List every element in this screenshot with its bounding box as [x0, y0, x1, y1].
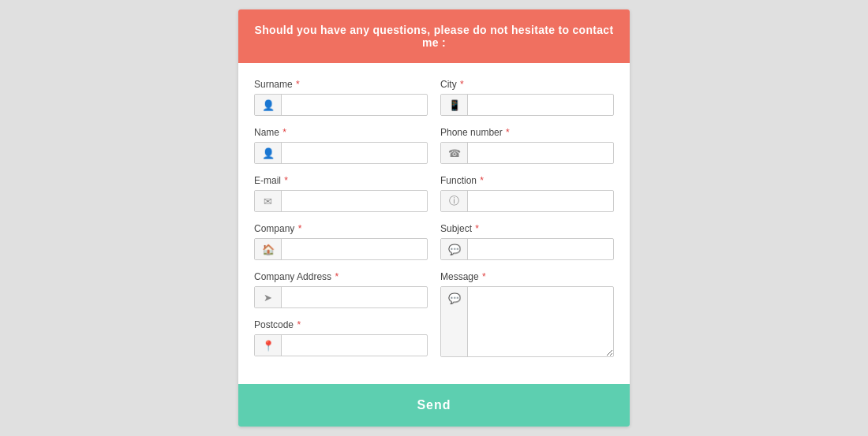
address-input[interactable] — [282, 287, 427, 307]
email-icon: ✉ — [255, 191, 282, 211]
group-email: E-mail * ✉ — [254, 175, 428, 212]
message-textarea[interactable] — [468, 287, 613, 356]
input-wrapper-function: ⓘ — [440, 190, 614, 212]
company-input[interactable] — [282, 239, 427, 259]
postcode-input[interactable] — [282, 335, 427, 356]
row-address-message: Company Address * ➤ Postcode * 📍 Message — [254, 271, 614, 357]
required-marker: * — [282, 175, 288, 186]
group-name: Name * 👤 — [254, 127, 428, 164]
row-email-function: E-mail * ✉ Function * ⓘ — [254, 175, 614, 212]
label-surname: Surname * — [254, 79, 428, 90]
required-marker: * — [458, 79, 464, 90]
home-icon: 🏠 — [255, 239, 282, 259]
phone-input[interactable] — [468, 143, 613, 163]
required-marker: * — [294, 79, 300, 90]
required-marker: * — [477, 175, 484, 186]
group-function: Function * ⓘ — [440, 175, 614, 212]
contact-form: Should you have any questions, please do… — [238, 9, 630, 427]
required-marker: * — [280, 127, 286, 138]
label-postcode: Postcode * — [254, 319, 428, 330]
subject-input[interactable] — [468, 239, 613, 259]
required-marker: * — [295, 223, 301, 234]
chat-icon: 💬 — [441, 239, 468, 259]
required-marker: * — [332, 271, 339, 282]
required-marker: * — [503, 127, 510, 138]
required-marker: * — [480, 271, 486, 282]
row-surname-city: Surname * 👤 City * 📱 — [254, 79, 614, 116]
person-icon: 👤 — [255, 143, 282, 163]
input-wrapper-postcode: 📍 — [254, 334, 428, 356]
phone-icon: ☎ — [441, 143, 468, 163]
group-company: Company * 🏠 — [254, 223, 428, 260]
input-wrapper-surname: 👤 — [254, 94, 428, 116]
form-header: Should you have any questions, please do… — [238, 9, 630, 63]
surname-input[interactable] — [282, 95, 427, 115]
required-marker: * — [473, 223, 479, 234]
info-icon: ⓘ — [441, 191, 468, 211]
label-company: Company * — [254, 223, 428, 234]
input-wrapper-name: 👤 — [254, 142, 428, 164]
header-text: Should you have any questions, please do… — [255, 24, 614, 49]
input-wrapper-company: 🏠 — [254, 238, 428, 260]
label-address: Company Address * — [254, 271, 428, 282]
input-wrapper-email: ✉ — [254, 190, 428, 212]
function-input[interactable] — [468, 191, 613, 211]
label-phone: Phone number * — [440, 127, 614, 138]
name-input[interactable] — [282, 143, 427, 163]
label-city: City * — [440, 79, 614, 90]
form-body: Surname * 👤 City * 📱 — [238, 63, 630, 384]
label-function: Function * — [440, 175, 614, 186]
form-footer: Send — [238, 384, 630, 427]
city-input[interactable] — [468, 95, 613, 115]
group-city: City * 📱 — [440, 79, 614, 116]
group-surname: Surname * 👤 — [254, 79, 428, 116]
input-wrapper-address: ➤ — [254, 286, 428, 308]
group-message: Message * 💬 — [440, 271, 614, 357]
arrow-icon: ➤ — [255, 287, 282, 307]
row-company-subject: Company * 🏠 Subject * 💬 — [254, 223, 614, 260]
label-name: Name * — [254, 127, 428, 138]
group-address: Company Address * ➤ Postcode * 📍 — [254, 271, 428, 357]
label-email: E-mail * — [254, 175, 428, 186]
label-message: Message * — [440, 271, 614, 282]
input-wrapper-city: 📱 — [440, 94, 614, 116]
row-name-phone: Name * 👤 Phone number * ☎ — [254, 127, 614, 164]
message-icon: 💬 — [441, 287, 468, 356]
textarea-wrapper-message: 💬 — [440, 286, 614, 357]
location-icon: 📍 — [255, 335, 282, 356]
send-button[interactable]: Send — [238, 384, 630, 427]
person-icon: 👤 — [255, 95, 282, 115]
group-phone: Phone number * ☎ — [440, 127, 614, 164]
required-marker: * — [294, 319, 301, 330]
mobile-icon: 📱 — [441, 95, 468, 115]
email-input[interactable] — [282, 191, 427, 211]
input-wrapper-subject: 💬 — [440, 238, 614, 260]
group-subject: Subject * 💬 — [440, 223, 614, 260]
label-subject: Subject * — [440, 223, 614, 234]
input-wrapper-phone: ☎ — [440, 142, 614, 164]
